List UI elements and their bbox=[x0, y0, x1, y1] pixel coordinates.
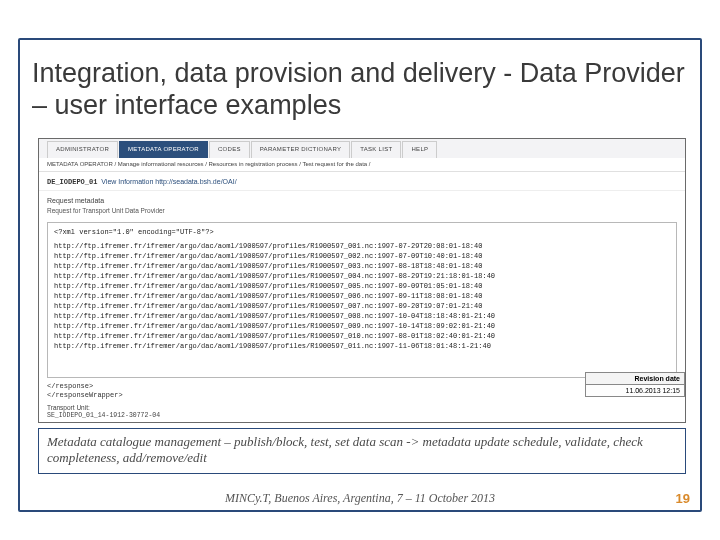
page-number: 19 bbox=[676, 491, 690, 506]
xml-closing-line: </response> bbox=[47, 382, 677, 391]
xml-line: http://ftp.ifremer.fr/ifremer/argo/dac/a… bbox=[54, 241, 670, 251]
tu-id: DE_IODEPO_01 bbox=[47, 178, 97, 186]
nav-tab[interactable]: HELP bbox=[402, 141, 437, 158]
tu-footer-value: SE_IODEPO_01_14-1912-30772-04 bbox=[47, 412, 160, 419]
revision-box: Revision date 11.06.2013 12:15 bbox=[585, 372, 685, 397]
nav-tab[interactable]: PARAMETER DICTIONARY bbox=[251, 141, 350, 158]
xml-closing-line: </responseWrapper> bbox=[47, 391, 677, 400]
xml-line: http://ftp.ifremer.fr/ifremer/argo/dac/a… bbox=[54, 291, 670, 301]
xml-closing: </response></responseWrapper> bbox=[47, 382, 677, 400]
xml-line: <?xml version="1.0" encoding="UTF-8"?> bbox=[54, 227, 670, 237]
breadcrumb: METADATA OPERATOR / Manage informational… bbox=[39, 158, 685, 172]
caption-box: Metadata catalogue management – publish/… bbox=[38, 428, 686, 474]
revision-value: 11.06.2013 12:15 bbox=[585, 385, 685, 397]
nav-tab[interactable]: CODES bbox=[209, 141, 250, 158]
tu-link[interactable]: View Information http://seadata.bsh.de/O… bbox=[101, 178, 236, 185]
nav-tab[interactable]: TASK LIST bbox=[351, 141, 401, 158]
tu-footer: Transport Unit: SE_IODEPO_01_14-1912-307… bbox=[39, 400, 685, 419]
xml-line: http://ftp.ifremer.fr/ifremer/argo/dac/a… bbox=[54, 271, 670, 281]
transport-unit-bar: DE_IODEPO_01 View Information http://sea… bbox=[39, 172, 685, 191]
nav-tab[interactable]: METADATA OPERATOR bbox=[119, 141, 208, 158]
app-nav: ADMINISTRATORMETADATA OPERATORCODESPARAM… bbox=[39, 139, 685, 158]
xml-line: http://ftp.ifremer.fr/ifremer/argo/dac/a… bbox=[54, 301, 670, 311]
nav-tab[interactable]: ADMINISTRATOR bbox=[47, 141, 118, 158]
slide-footer: MINCy.T, Buenos Aires, Argentina, 7 – 11… bbox=[0, 491, 720, 506]
section-sub: Request for Transport Unit Data Provider bbox=[39, 206, 685, 219]
xml-line: http://ftp.ifremer.fr/ifremer/argo/dac/a… bbox=[54, 281, 670, 291]
slide-title: Integration, data provision and delivery… bbox=[32, 58, 700, 122]
xml-line: http://ftp.ifremer.fr/ifremer/argo/dac/a… bbox=[54, 321, 670, 331]
xml-line: http://ftp.ifremer.fr/ifremer/argo/dac/a… bbox=[54, 341, 670, 351]
xml-response-box: <?xml version="1.0" encoding="UTF-8"?>ht… bbox=[47, 222, 677, 378]
xml-line: http://ftp.ifremer.fr/ifremer/argo/dac/a… bbox=[54, 251, 670, 261]
section-header: Request metadata bbox=[39, 191, 685, 206]
revision-header: Revision date bbox=[585, 372, 685, 385]
xml-line: http://ftp.ifremer.fr/ifremer/argo/dac/a… bbox=[54, 261, 670, 271]
xml-line: http://ftp.ifremer.fr/ifremer/argo/dac/a… bbox=[54, 311, 670, 321]
tu-footer-label: Transport Unit: bbox=[47, 404, 90, 411]
xml-line: http://ftp.ifremer.fr/ifremer/argo/dac/a… bbox=[54, 331, 670, 341]
